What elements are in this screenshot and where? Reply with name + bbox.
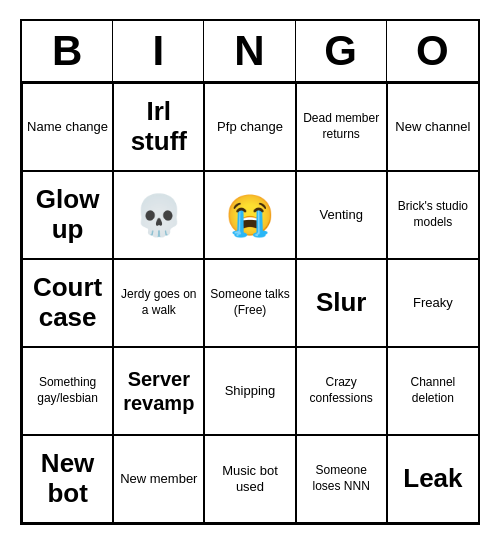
bingo-cell: Jerdy goes on a walk (113, 259, 204, 347)
bingo-cell-text: Brick's studio models (392, 199, 474, 230)
bingo-cell-text: Jerdy goes on a walk (118, 287, 199, 318)
bingo-cell: Freaky (387, 259, 478, 347)
bingo-cell: Shipping (204, 347, 295, 435)
bingo-cell: Crazy confessions (296, 347, 387, 435)
bingo-cell-text: 💀 (134, 192, 184, 239)
header-letter: O (387, 21, 478, 81)
bingo-cell-text: 😭 (225, 192, 275, 239)
bingo-cell: Venting (296, 171, 387, 259)
bingo-cell: 💀 (113, 171, 204, 259)
header-letter: G (296, 21, 387, 81)
bingo-cell: 😭 (204, 171, 295, 259)
bingo-cell-text: Slur (316, 288, 367, 318)
bingo-cell: Glow up (22, 171, 113, 259)
bingo-cell-text: Crazy confessions (301, 375, 382, 406)
bingo-cell-text: New channel (395, 119, 470, 135)
bingo-cell: Court case (22, 259, 113, 347)
bingo-cell-text: Channel deletion (392, 375, 474, 406)
bingo-cell: Brick's studio models (387, 171, 478, 259)
bingo-cell-text: Leak (403, 464, 462, 494)
bingo-card: BINGO Name changeIrl stuffPfp changeDead… (20, 19, 480, 525)
bingo-cell: Someone loses NNN (296, 435, 387, 523)
bingo-cell: New bot (22, 435, 113, 523)
bingo-cell-text: Music bot used (209, 463, 290, 496)
bingo-cell-text: Shipping (225, 383, 276, 399)
bingo-cell-text: Irl stuff (118, 97, 199, 157)
bingo-cell: Music bot used (204, 435, 295, 523)
bingo-cell: Slur (296, 259, 387, 347)
bingo-cell: Dead member returns (296, 83, 387, 171)
header-letter: B (22, 21, 113, 81)
bingo-cell-text: Someone talks (Free) (209, 287, 290, 318)
bingo-cell: New member (113, 435, 204, 523)
bingo-cell: Someone talks (Free) (204, 259, 295, 347)
bingo-cell-text: Someone loses NNN (301, 463, 382, 494)
bingo-grid: Name changeIrl stuffPfp changeDead membe… (22, 83, 478, 523)
bingo-cell-text: Something gay/lesbian (27, 375, 108, 406)
bingo-cell: New channel (387, 83, 478, 171)
bingo-cell-text: Name change (27, 119, 108, 135)
bingo-cell-text: New bot (27, 449, 108, 509)
header-letter: N (204, 21, 295, 81)
bingo-cell: Pfp change (204, 83, 295, 171)
bingo-cell: Name change (22, 83, 113, 171)
bingo-cell-text: Server revamp (118, 367, 199, 415)
header-letter: I (113, 21, 204, 81)
bingo-header: BINGO (22, 21, 478, 83)
bingo-cell-text: Court case (27, 273, 108, 333)
bingo-cell-text: Venting (320, 207, 363, 223)
bingo-cell-text: New member (120, 471, 197, 487)
bingo-cell: Irl stuff (113, 83, 204, 171)
bingo-cell: Channel deletion (387, 347, 478, 435)
bingo-cell: Something gay/lesbian (22, 347, 113, 435)
bingo-cell: Leak (387, 435, 478, 523)
bingo-cell-text: Pfp change (217, 119, 283, 135)
bingo-cell: Server revamp (113, 347, 204, 435)
bingo-cell-text: Dead member returns (301, 111, 382, 142)
bingo-cell-text: Glow up (27, 185, 108, 245)
bingo-cell-text: Freaky (413, 295, 453, 311)
